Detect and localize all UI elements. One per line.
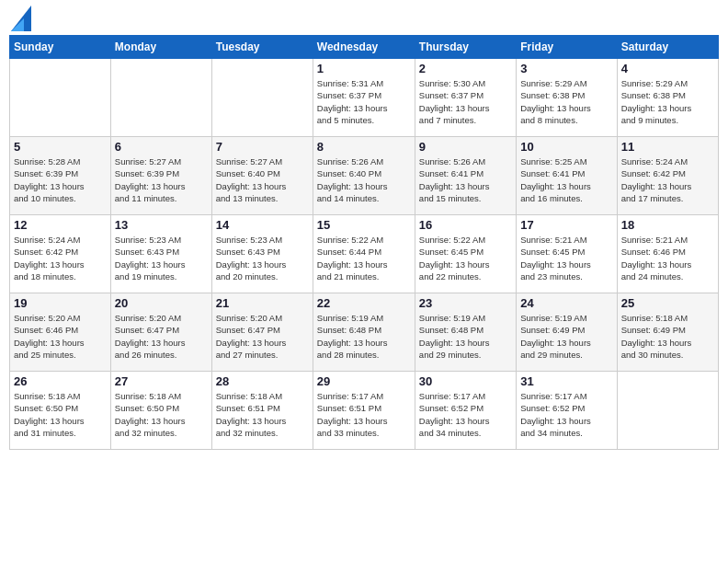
calendar-week-row: 1Sunrise: 5:31 AM Sunset: 6:37 PM Daylig…: [10, 59, 719, 137]
day-info: Sunrise: 5:23 AM Sunset: 6:43 PM Dayligh…: [216, 234, 309, 282]
day-number: 8: [317, 140, 411, 154]
day-info: Sunrise: 5:25 AM Sunset: 6:41 PM Dayligh…: [520, 155, 612, 204]
day-info: Sunrise: 5:18 AM Sunset: 6:50 PM Dayligh…: [14, 390, 107, 439]
calendar-day-cell: 28Sunrise: 5:18 AM Sunset: 6:51 PM Dayli…: [211, 372, 313, 450]
day-number: 12: [14, 218, 107, 232]
calendar-day-cell: 20Sunrise: 5:20 AM Sunset: 6:47 PM Dayli…: [110, 293, 211, 372]
calendar-day-cell: 30Sunrise: 5:17 AM Sunset: 6:52 PM Dayli…: [415, 372, 516, 450]
day-number: 7: [216, 140, 309, 154]
day-of-week-header: Sunday: [10, 36, 111, 59]
day-info: Sunrise: 5:19 AM Sunset: 6:49 PM Dayligh…: [520, 312, 612, 361]
calendar-day-cell: 31Sunrise: 5:17 AM Sunset: 6:52 PM Dayli…: [517, 372, 617, 450]
calendar-day-cell: 18Sunrise: 5:21 AM Sunset: 6:46 PM Dayli…: [617, 215, 718, 293]
calendar-day-cell: 3Sunrise: 5:29 AM Sunset: 6:38 PM Daylig…: [517, 59, 617, 137]
day-number: 13: [115, 218, 208, 232]
svg-marker-1: [11, 18, 24, 31]
day-number: 26: [14, 374, 107, 388]
calendar-day-cell: [211, 59, 313, 137]
day-number: 28: [216, 374, 309, 388]
day-info: Sunrise: 5:21 AM Sunset: 6:46 PM Dayligh…: [621, 234, 714, 282]
day-number: 2: [419, 62, 512, 75]
calendar-day-cell: 4Sunrise: 5:29 AM Sunset: 6:38 PM Daylig…: [617, 59, 718, 137]
calendar-day-cell: 5Sunrise: 5:28 AM Sunset: 6:39 PM Daylig…: [10, 137, 111, 215]
day-info: Sunrise: 5:17 AM Sunset: 6:52 PM Dayligh…: [520, 390, 612, 439]
calendar-day-cell: 21Sunrise: 5:20 AM Sunset: 6:47 PM Dayli…: [211, 293, 313, 372]
day-number: 20: [115, 296, 208, 310]
day-info: Sunrise: 5:18 AM Sunset: 6:51 PM Dayligh…: [216, 390, 309, 439]
day-number: 19: [14, 296, 107, 310]
day-number: 14: [216, 218, 309, 232]
day-info: Sunrise: 5:21 AM Sunset: 6:45 PM Dayligh…: [520, 234, 612, 282]
day-number: 10: [520, 140, 612, 154]
day-number: 15: [317, 218, 411, 232]
calendar-day-cell: 16Sunrise: 5:22 AM Sunset: 6:45 PM Dayli…: [415, 215, 516, 293]
calendar-day-cell: 10Sunrise: 5:25 AM Sunset: 6:41 PM Dayli…: [517, 137, 617, 215]
day-info: Sunrise: 5:18 AM Sunset: 6:50 PM Dayligh…: [115, 390, 208, 439]
day-number: 27: [115, 374, 208, 388]
day-info: Sunrise: 5:24 AM Sunset: 6:42 PM Dayligh…: [14, 234, 107, 282]
calendar-day-cell: 26Sunrise: 5:18 AM Sunset: 6:50 PM Dayli…: [10, 372, 111, 450]
day-number: 18: [621, 218, 714, 232]
day-info: Sunrise: 5:20 AM Sunset: 6:47 PM Dayligh…: [115, 312, 208, 361]
day-info: Sunrise: 5:30 AM Sunset: 6:37 PM Dayligh…: [419, 77, 512, 126]
day-info: Sunrise: 5:26 AM Sunset: 6:41 PM Dayligh…: [419, 155, 512, 204]
calendar-day-cell: 19Sunrise: 5:20 AM Sunset: 6:46 PM Dayli…: [10, 293, 111, 372]
calendar-day-cell: 13Sunrise: 5:23 AM Sunset: 6:43 PM Dayli…: [110, 215, 211, 293]
calendar-day-cell: 23Sunrise: 5:19 AM Sunset: 6:48 PM Dayli…: [415, 293, 516, 372]
day-info: Sunrise: 5:29 AM Sunset: 6:38 PM Dayligh…: [520, 77, 612, 126]
day-info: Sunrise: 5:19 AM Sunset: 6:48 PM Dayligh…: [317, 312, 411, 361]
calendar-day-cell: [10, 59, 111, 137]
day-number: 6: [115, 140, 208, 154]
day-number: 30: [419, 374, 512, 388]
calendar-week-row: 5Sunrise: 5:28 AM Sunset: 6:39 PM Daylig…: [10, 137, 719, 215]
calendar-day-cell: 8Sunrise: 5:26 AM Sunset: 6:40 PM Daylig…: [313, 137, 415, 215]
day-info: Sunrise: 5:17 AM Sunset: 6:51 PM Dayligh…: [317, 390, 411, 439]
calendar-day-cell: 14Sunrise: 5:23 AM Sunset: 6:43 PM Dayli…: [211, 215, 313, 293]
day-number: 29: [317, 374, 411, 388]
day-info: Sunrise: 5:28 AM Sunset: 6:39 PM Dayligh…: [14, 155, 107, 204]
calendar-day-cell: 9Sunrise: 5:26 AM Sunset: 6:41 PM Daylig…: [415, 137, 516, 215]
day-number: 9: [419, 140, 512, 154]
calendar-day-cell: 1Sunrise: 5:31 AM Sunset: 6:37 PM Daylig…: [313, 59, 415, 137]
logo-bird-icon: [11, 6, 31, 31]
day-number: 17: [520, 218, 612, 232]
day-info: Sunrise: 5:19 AM Sunset: 6:48 PM Dayligh…: [419, 312, 512, 361]
calendar-day-cell: 2Sunrise: 5:30 AM Sunset: 6:37 PM Daylig…: [415, 59, 516, 137]
calendar-day-cell: 7Sunrise: 5:27 AM Sunset: 6:40 PM Daylig…: [211, 137, 313, 215]
day-info: Sunrise: 5:20 AM Sunset: 6:46 PM Dayligh…: [14, 312, 107, 361]
calendar-day-cell: 25Sunrise: 5:18 AM Sunset: 6:49 PM Dayli…: [617, 293, 718, 372]
day-number: 4: [621, 62, 714, 75]
day-number: 11: [621, 140, 714, 154]
day-number: 24: [520, 296, 612, 310]
day-info: Sunrise: 5:27 AM Sunset: 6:40 PM Dayligh…: [216, 155, 309, 204]
day-info: Sunrise: 5:20 AM Sunset: 6:47 PM Dayligh…: [216, 312, 309, 361]
calendar-day-cell: 17Sunrise: 5:21 AM Sunset: 6:45 PM Dayli…: [517, 215, 617, 293]
calendar-week-row: 26Sunrise: 5:18 AM Sunset: 6:50 PM Dayli…: [10, 372, 719, 450]
calendar-week-row: 19Sunrise: 5:20 AM Sunset: 6:46 PM Dayli…: [10, 293, 719, 372]
day-info: Sunrise: 5:29 AM Sunset: 6:38 PM Dayligh…: [621, 77, 714, 126]
day-info: Sunrise: 5:18 AM Sunset: 6:49 PM Dayligh…: [621, 312, 714, 361]
calendar-table: SundayMondayTuesdayWednesdayThursdayFrid…: [9, 35, 719, 450]
calendar-day-cell: 24Sunrise: 5:19 AM Sunset: 6:49 PM Dayli…: [517, 293, 617, 372]
day-number: 21: [216, 296, 309, 310]
day-of-week-header: Tuesday: [211, 36, 313, 59]
calendar-header-row: SundayMondayTuesdayWednesdayThursdayFrid…: [10, 36, 719, 59]
day-info: Sunrise: 5:26 AM Sunset: 6:40 PM Dayligh…: [317, 155, 411, 204]
day-info: Sunrise: 5:22 AM Sunset: 6:45 PM Dayligh…: [419, 234, 512, 282]
calendar-day-cell: [110, 59, 211, 137]
day-number: 25: [621, 296, 714, 310]
day-info: Sunrise: 5:23 AM Sunset: 6:43 PM Dayligh…: [115, 234, 208, 282]
day-number: 31: [520, 374, 612, 388]
logo: [9, 9, 31, 29]
calendar-day-cell: 22Sunrise: 5:19 AM Sunset: 6:48 PM Dayli…: [313, 293, 415, 372]
day-number: 5: [14, 140, 107, 154]
day-of-week-header: Monday: [110, 36, 211, 59]
day-of-week-header: Thursday: [415, 36, 516, 59]
day-number: 22: [317, 296, 411, 310]
calendar-day-cell: 6Sunrise: 5:27 AM Sunset: 6:39 PM Daylig…: [110, 137, 211, 215]
calendar-day-cell: 29Sunrise: 5:17 AM Sunset: 6:51 PM Dayli…: [313, 372, 415, 450]
day-number: 3: [520, 62, 612, 75]
day-info: Sunrise: 5:22 AM Sunset: 6:44 PM Dayligh…: [317, 234, 411, 282]
day-info: Sunrise: 5:31 AM Sunset: 6:37 PM Dayligh…: [317, 77, 411, 126]
day-number: 1: [317, 62, 411, 75]
